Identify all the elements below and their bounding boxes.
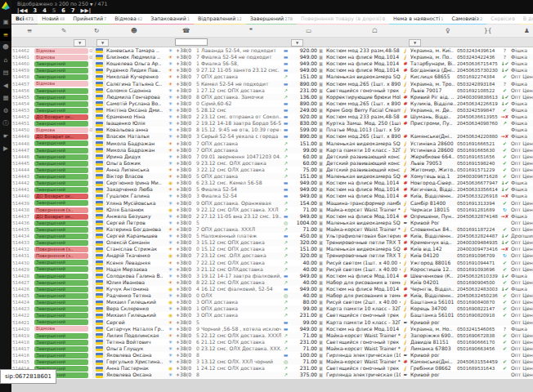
status-tab[interactable]: Самовивіз2: [448, 14, 487, 24]
table-row[interactable]: 514457 Відмова Салєгина Татьяна С.. ☀ +3…: [11, 81, 533, 87]
table-row[interactable]: 514448 Завершений Микола Бадражан ☀ +38(…: [11, 140, 533, 147]
table-row[interactable]: 514446 Завершений Ирина Дидух ✳ +38(0 7 …: [11, 154, 533, 160]
table-row[interactable]: 514430 Завершений Ксенія Левадняя ☀ +38(…: [11, 260, 533, 266]
table-row[interactable]: 514438 Повернення (з.. Юлія Баланюк ◉ +3…: [11, 207, 533, 213]
table-row[interactable]: 514419 Завершений Лилия Подолинская ☀ +3…: [11, 332, 533, 339]
table-row[interactable]: 514447 Завершений Микола Бадражан ☀ +38(…: [11, 147, 533, 154]
table-row[interactable]: 514425 Завершений Радченко Тетяна ✳ +38(…: [11, 292, 533, 299]
table-row[interactable]: 514459 Завершений Руденко Лидия Пав.. ☀ …: [11, 67, 533, 74]
table-row[interactable]: 514424 Завершений Михаил Гилецький ◉ +38…: [11, 299, 533, 305]
status-tab[interactable]: Прийнятий7: [69, 14, 110, 24]
table-row[interactable]: 514462 Відмова⊙ Каневська Тамара .. ✳ +3…: [11, 47, 533, 54]
status-tab[interactable]: Завершений278: [246, 14, 297, 24]
table-row[interactable]: 514449 ДО Возврат ок.. Власюк Наталья ✳ …: [11, 133, 533, 140]
status-tab[interactable]: Новий48: [38, 14, 69, 24]
info-icon[interactable]: ⓘ: [0, 117, 11, 130]
table-row[interactable]: 514442 Завершений Сергіюнко Ірина Ми.. ◉…: [11, 180, 533, 186]
table-row[interactable]: 514433 Завершений Олексій Семанін ✳ +38(…: [11, 239, 533, 246]
table-row[interactable]: 514426 Завершений Кучук Антонина ◉ +38(0…: [11, 286, 533, 292]
table-row[interactable]: 514416 Завершений Яковлева Оксана ✳ +38(…: [11, 352, 533, 359]
table-row[interactable]: 514441 Завершений Захарченко Люба ☀ +38(…: [11, 186, 533, 193]
table-row[interactable]: 514460 Завершений Кошелева Ольга Ар.. ✳ …: [11, 60, 533, 67]
warehouse-icon[interactable]: ⌂: [0, 54, 11, 67]
table-row[interactable]: 514422 Завершений Михаил Гилецький ◉ +38…: [11, 312, 533, 318]
clients-icon[interactable]: ☻: [0, 41, 11, 54]
table-row[interactable]: 514429 Завершений Надія Мерзаєва ✳ +38(0…: [11, 266, 533, 273]
phone-icon[interactable]: ☎: [182, 27, 190, 34]
ttn-icon[interactable]: }{: [484, 27, 492, 34]
table-row[interactable]: 514427 Завершений Юлия Иванова ☀ +38(0 8…: [11, 279, 533, 286]
flag-filter-dropdown[interactable]: ▼: [96, 39, 109, 47]
address-icon[interactable]: ♀: [446, 27, 450, 34]
hand-icon[interactable]: ☛: [0, 130, 11, 143]
settings-icon[interactable]: ⚙: [0, 105, 11, 118]
payment-icon[interactable]: ▭: [306, 27, 311, 34]
table-row[interactable]: 514437 ДО Возврат ок.. Анжела Безушку ✳ …: [11, 213, 533, 220]
client-icon[interactable]: ☻: [131, 27, 137, 34]
page-button-5[interactable]: 5: [52, 7, 56, 14]
status-filter-dropdown[interactable]: ▼: [74, 39, 86, 47]
table-row[interactable]: 514461 Відмова⊙ Близнюк Людмила .. ☀ +38…: [11, 54, 533, 60]
cart-icon[interactable]: ▤: [0, 66, 11, 79]
status-tab[interactable]: Повернення товару (в дорозі)0: [297, 14, 389, 24]
last-page-button[interactable]: ▶▶|: [81, 7, 92, 14]
table-row[interactable]: 514413 Завершений Яковлева Оксана ✳ +38(…: [11, 372, 533, 378]
app-logo-icon[interactable]: [2, 2, 10, 10]
page-button-3[interactable]: 3: [34, 7, 38, 14]
table-row[interactable]: 514418 Завершений Тетяна Войтович ✳ +38(…: [11, 339, 533, 345]
edit-icon[interactable]: ✎: [61, 27, 66, 34]
page-button-4[interactable]: 4: [43, 7, 47, 14]
video-icon[interactable]: ▶: [0, 142, 11, 155]
table-row[interactable]: 514428 Завершений Солодкова Галина В.. ✳…: [11, 273, 533, 279]
phone-filter-input[interactable]: [175, 38, 208, 46]
table-row[interactable]: 514434 Завершений Сергей Карамышев ✳ +38…: [11, 233, 533, 239]
table-row[interactable]: 514421 Завершений Сергей ☀ +38(0 5 ▬ 99.…: [11, 318, 533, 325]
status-tab[interactable]: Сервіси0: [486, 14, 519, 24]
table-row[interactable]: 514456 Завершений Соломія Сідоніна ✳ +38…: [11, 87, 533, 94]
monitor-icon[interactable]: ▣: [0, 16, 11, 29]
table-row[interactable]: 514423 Завершений Вера Скляренко ✳ +38(0…: [11, 305, 533, 312]
table-row[interactable]: 514458 Завершений Николай Кучеренко ☀ +3…: [11, 74, 533, 80]
status-sync-icon[interactable]: ↻: [94, 27, 99, 34]
megaphone-icon[interactable]: ◀: [0, 79, 11, 92]
table-row[interactable]: 514436 Завершений Сергей Петров ✳ +38(0 …: [11, 220, 533, 226]
phone-number-cell: +38(0: [175, 133, 192, 140]
table-row[interactable]: 514435 Завершений Катерина Богданова ☀ +…: [11, 226, 533, 233]
status-tab[interactable]: Запакований1: [146, 14, 194, 24]
table-row[interactable]: 514455 Завершений Людмила Гончарова ✳ +3…: [11, 94, 533, 100]
table-row[interactable]: 514417 Завершений Ольга Глущук ✳ +38(0 0…: [11, 345, 533, 352]
table-row[interactable]: 514445 Завершений Ольга Божик ✳ +38(0 9 …: [11, 160, 533, 167]
orders-list-icon[interactable]: ≡: [27, 27, 32, 34]
status-tab[interactable]: Всі471: [11, 14, 38, 24]
table-row[interactable]: 514415 Завершений Горгулько Христина.. ✳…: [11, 359, 533, 365]
status-tab[interactable]: Відправлений12: [194, 14, 246, 24]
table-row[interactable]: 514443 Завершений Віктор Власов ☀ +38(0 …: [11, 173, 533, 180]
stats-icon[interactable]: ▦: [0, 91, 11, 105]
table-row[interactable]: 514440 ДО Возврат ок.. Гуцалюк Галина ✳ …: [11, 193, 533, 199]
comment-icon[interactable]: ❞: [249, 27, 253, 34]
table-row[interactable]: 514451 Завершений Іващенко Юлія ✳ +38(0 …: [11, 120, 533, 127]
table-row[interactable]: 514431 Повернення (з.. Андрій Ткаченко ◉…: [11, 252, 533, 259]
status-tab[interactable]: Нема в наявності1: [389, 14, 448, 24]
product-name-cell: Костюм на флисе Мод.1014 (1ш..: [325, 180, 401, 186]
manager-icon[interactable]: ♟: [524, 27, 530, 34]
table-row[interactable]: 514444 Завершений Анна Липенська ☀ +38(0…: [11, 167, 533, 173]
orders-icon[interactable]: ≡: [0, 29, 11, 42]
table-row[interactable]: 514432 Повернення (з.. Станіслав Стрижак…: [11, 246, 533, 252]
table-row[interactable]: 514452 ДО Возврат ок.. Єраменко Ніна ✳ +…: [11, 114, 533, 120]
status-tab[interactable]: В дорозі додому0: [519, 14, 533, 24]
status-tab[interactable]: Відмова42: [110, 14, 146, 24]
first-page-button[interactable]: |◀◀: [17, 7, 28, 14]
product-icon[interactable]: ☖: [372, 27, 378, 34]
table-row[interactable]: 514414 Завершений Анна Пастернак ◉ +38(0…: [11, 365, 533, 372]
table-row[interactable]: 514454 Завершений Самотій Руслана Во.. ✳…: [11, 100, 533, 107]
table-row[interactable]: 514450 Відмова⊙ Ковальова анна ✳ +38(0 8…: [11, 127, 533, 133]
table-row[interactable]: 514439 Завершений Уляна Мусійовська ✳ +3…: [11, 200, 533, 207]
page-button-7[interactable]: 7: [71, 7, 75, 14]
chevron-down-icon[interactable]: ▼: [90, 2, 92, 7]
page-button-6[interactable]: 6: [61, 7, 65, 14]
product-filter-dropdown[interactable]: ▼: [409, 39, 421, 47]
table-row[interactable]: 514420 Відмова Ситарчук Наталія Гр.. ✳ +…: [11, 326, 533, 332]
table-row[interactable]: 514453 Завершений Нікітіна Оксана Дми.. …: [11, 107, 533, 114]
payment-filter-dropdown[interactable]: ▼: [291, 39, 303, 47]
